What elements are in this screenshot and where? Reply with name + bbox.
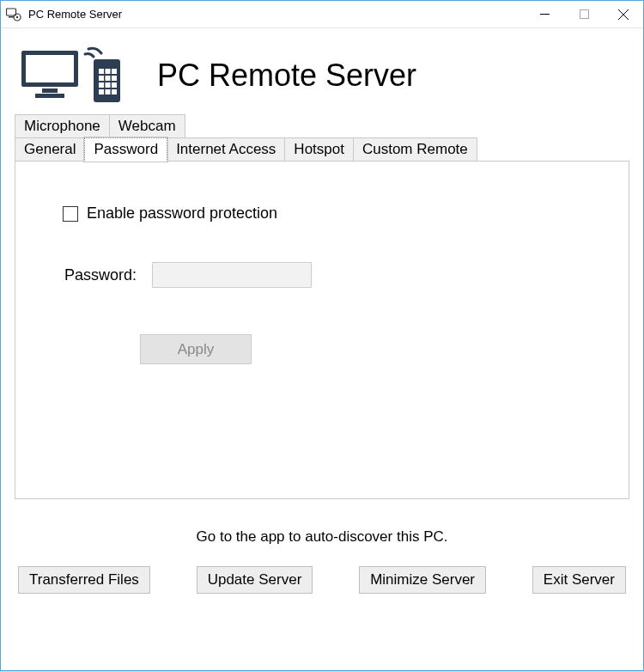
svg-rect-21 [112,82,117,88]
button-label: Transferred Files [29,571,139,588]
update-server-button[interactable]: Update Server [197,566,313,594]
apply-button-label: Apply [178,341,215,358]
bottom-buttons-row: Transferred Files Update Server Minimize… [1,546,643,611]
svg-rect-15 [112,69,117,74]
tab-panel-password: Enable password protection Password: App… [15,161,629,499]
password-input[interactable] [152,262,312,288]
password-row: Password: [64,262,581,288]
tab-label: Internet Access [176,141,276,157]
tabs-area: Microphone Webcam General Password Inter… [1,114,643,499]
enable-password-row: Enable password protection [63,204,581,223]
enable-password-label: Enable password protection [87,204,277,223]
svg-rect-17 [106,76,111,81]
tab-row-2: General Password Internet Access Hotspot… [15,137,629,161]
maximize-window-button [564,1,604,27]
titlebar: PC Remote Server [1,1,643,28]
svg-rect-1 [9,16,14,18]
svg-rect-5 [580,10,588,19]
close-window-button[interactable] [604,1,643,27]
apply-button[interactable]: Apply [140,334,252,364]
tab-hotspot[interactable]: Hotspot [284,137,354,162]
tab-label: General [24,141,76,157]
app-logo-icon [20,46,123,106]
svg-rect-9 [26,55,74,82]
tab-label: Webcam [118,118,176,134]
password-label: Password: [64,266,137,284]
tab-label: Microphone [24,118,100,134]
button-label: Minimize Server [370,571,475,588]
svg-rect-24 [112,89,117,95]
minimize-window-button[interactable] [525,1,564,27]
svg-rect-19 [99,82,104,88]
tab-label: Hotspot [294,141,344,157]
svg-rect-20 [106,82,111,88]
discover-text: Go to the app to auto-discover this PC. [1,528,643,546]
app-icon [6,7,21,22]
svg-rect-22 [99,89,104,95]
app-window: PC Remote Server [0,0,644,671]
tab-label: Custom Remote [362,141,468,157]
window-title: PC Remote Server [28,8,525,21]
enable-password-checkbox[interactable] [63,206,78,222]
page-title: PC Remote Server [157,58,416,94]
svg-rect-23 [106,89,111,95]
button-label: Exit Server [544,571,615,588]
svg-rect-16 [99,76,104,81]
tab-custom-remote[interactable]: Custom Remote [353,137,477,162]
svg-rect-10 [42,88,58,93]
tab-internet-access[interactable]: Internet Access [167,137,285,162]
svg-rect-11 [35,94,64,98]
exit-server-button[interactable]: Exit Server [532,566,626,594]
svg-rect-13 [99,69,104,74]
svg-point-3 [16,15,18,17]
tab-row-1: Microphone Webcam [15,114,629,137]
button-label: Update Server [208,571,302,588]
tab-microphone[interactable]: Microphone [15,114,110,138]
svg-rect-14 [106,69,111,74]
svg-rect-18 [112,76,117,81]
window-controls [525,1,643,27]
transferred-files-button[interactable]: Transferred Files [18,566,150,594]
tab-general[interactable]: General [15,137,85,162]
tab-webcam[interactable]: Webcam [109,114,185,138]
minimize-server-button[interactable]: Minimize Server [359,566,486,594]
tab-label: Password [94,141,158,157]
tab-password[interactable]: Password [84,137,167,162]
header: PC Remote Server [1,28,643,114]
